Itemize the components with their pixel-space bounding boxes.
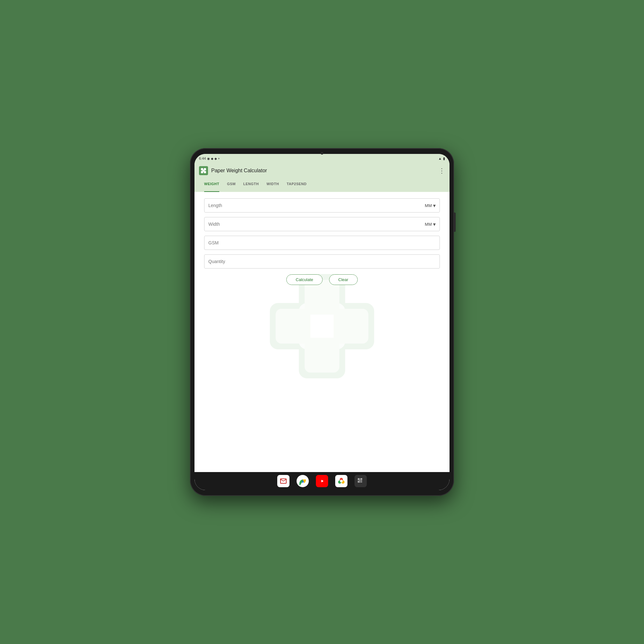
svg-rect-8	[334, 303, 374, 349]
bottom-dock	[194, 472, 450, 490]
svg-rect-11	[305, 338, 339, 373]
quantity-input[interactable]	[208, 255, 436, 268]
svg-rect-27	[359, 480, 360, 481]
svg-rect-28	[361, 480, 362, 481]
battery-icon: ▮	[443, 156, 445, 161]
width-input[interactable]	[208, 222, 425, 227]
calculate-button[interactable]: Calculate	[286, 274, 322, 285]
time-label: 6:44	[199, 156, 206, 160]
width-unit-chevron: ▾	[433, 221, 436, 227]
status-icons: ◉ ◆ ◆ +	[207, 157, 220, 160]
svg-rect-7	[270, 303, 310, 349]
svg-rect-13	[334, 309, 368, 344]
svg-rect-29	[359, 481, 360, 482]
apps-grid-icon[interactable]	[355, 475, 367, 487]
gsm-field-row	[204, 236, 440, 250]
tablet-device: 6:44 ◉ ◆ ◆ + ▲ ▮ Paper Weight Calculator	[190, 148, 454, 496]
svg-rect-4	[204, 171, 206, 173]
more-menu-icon[interactable]: ⋮	[439, 167, 445, 175]
svg-point-21	[340, 480, 343, 482]
status-right-icons: ▲ ▮	[438, 156, 445, 161]
form-area: MM ▾ MM ▾	[194, 192, 450, 291]
width-field-row: MM ▾	[204, 217, 440, 231]
tab-bar: WEIGHT GSM LENGTH WIDTH TAP2SEND	[194, 178, 450, 192]
clear-button[interactable]: Clear	[329, 274, 358, 285]
tab-length[interactable]: LENGTH	[243, 178, 259, 192]
gmail-icon[interactable]	[277, 475, 289, 487]
length-field-row: MM ▾	[204, 198, 440, 213]
quantity-field-row	[204, 254, 440, 269]
svg-rect-30	[361, 481, 362, 482]
tablet-screen: 6:44 ◉ ◆ ◆ + ▲ ▮ Paper Weight Calculator	[194, 154, 450, 490]
svg-rect-9	[299, 303, 345, 349]
length-input[interactable]	[208, 203, 425, 208]
gsm-input[interactable]	[208, 236, 436, 250]
width-unit-label: MM	[425, 222, 432, 227]
youtube-icon[interactable]	[316, 475, 328, 487]
app-title: Paper Weight Calculator	[211, 168, 435, 174]
tab-gsm[interactable]: GSM	[227, 178, 236, 192]
length-unit-selector[interactable]: MM ▾	[425, 203, 436, 209]
photos-icon[interactable]	[335, 475, 347, 487]
chrome-icon[interactable]	[297, 475, 309, 487]
svg-rect-6	[299, 338, 345, 378]
tab-tap2send[interactable]: TAP2SEND	[287, 178, 307, 192]
tab-width[interactable]: WIDTH	[267, 178, 279, 192]
svg-rect-12	[276, 309, 310, 344]
button-row: Calculate Clear	[204, 274, 440, 285]
length-unit-label: MM	[425, 203, 432, 208]
status-bar: 6:44 ◉ ◆ ◆ + ▲ ▮	[194, 154, 450, 163]
status-time: 6:44 ◉ ◆ ◆ +	[199, 156, 220, 160]
signal-icon: ▲	[438, 156, 442, 160]
length-unit-chevron: ▾	[433, 203, 436, 209]
app-icon	[199, 166, 208, 175]
content-area: MM ▾ MM ▾	[194, 192, 450, 472]
svg-rect-3	[201, 171, 203, 173]
tab-weight[interactable]: WEIGHT	[204, 178, 219, 192]
width-unit-selector[interactable]: MM ▾	[425, 221, 436, 227]
app-bar: Paper Weight Calculator ⋮	[194, 163, 450, 178]
